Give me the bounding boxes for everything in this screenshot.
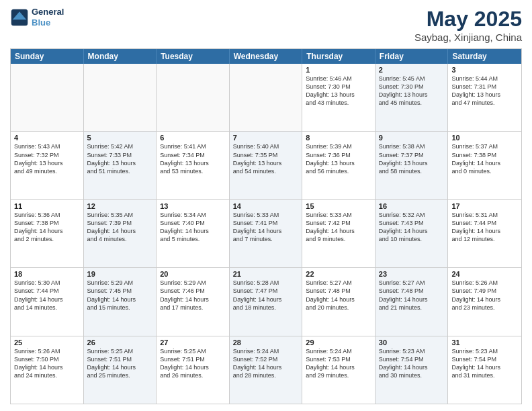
calendar-cell: 22Sunrise: 5:27 AM Sunset: 7:48 PM Dayli… (302, 268, 375, 335)
cell-info: Sunrise: 5:39 AM Sunset: 7:36 PM Dayligh… (306, 142, 371, 175)
day-number: 5 (87, 134, 153, 142)
cell-info: Sunrise: 5:32 AM Sunset: 7:43 PM Dayligh… (379, 211, 445, 244)
day-number: 12 (87, 202, 153, 210)
cell-info: Sunrise: 5:29 AM Sunset: 7:45 PM Dayligh… (87, 279, 153, 312)
cell-info: Sunrise: 5:44 AM Sunset: 7:31 PM Dayligh… (451, 75, 518, 107)
cell-info: Sunrise: 5:35 AM Sunset: 7:39 PM Dayligh… (87, 211, 153, 244)
cell-info: Sunrise: 5:36 AM Sunset: 7:38 PM Dayligh… (14, 211, 80, 244)
calendar-header: SundayMondayTuesdayWednesdayThursdayFrid… (11, 49, 521, 64)
calendar-body: 1Sunrise: 5:46 AM Sunset: 7:30 PM Daylig… (11, 64, 521, 404)
day-number: 17 (451, 202, 518, 210)
header-day: Saturday (448, 49, 521, 64)
cell-info: Sunrise: 5:46 AM Sunset: 7:30 PM Dayligh… (306, 75, 371, 107)
day-number: 23 (379, 270, 445, 278)
day-number: 7 (233, 134, 299, 142)
day-number: 8 (306, 134, 371, 142)
day-number: 27 (160, 338, 226, 347)
calendar-cell: 8Sunrise: 5:39 AM Sunset: 7:36 PM Daylig… (302, 132, 375, 199)
calendar-cell: 21Sunrise: 5:28 AM Sunset: 7:47 PM Dayli… (230, 268, 303, 335)
day-number: 25 (14, 338, 80, 347)
day-number: 9 (379, 134, 445, 142)
page: General Blue May 2025 Saybag, Xinjiang, … (0, 0, 532, 411)
svg-rect-2 (13, 19, 27, 24)
calendar-row: 11Sunrise: 5:36 AM Sunset: 7:38 PM Dayli… (11, 199, 521, 267)
cell-info: Sunrise: 5:33 AM Sunset: 7:41 PM Dayligh… (233, 211, 299, 244)
subtitle: Saybag, Xinjiang, China (414, 32, 522, 43)
calendar-cell (11, 64, 84, 131)
day-number: 4 (14, 134, 80, 142)
header-day: Friday (375, 49, 449, 64)
calendar-cell (230, 64, 303, 131)
cell-info: Sunrise: 5:34 AM Sunset: 7:40 PM Dayligh… (160, 211, 226, 244)
day-number: 14 (233, 202, 299, 210)
calendar-cell: 27Sunrise: 5:25 AM Sunset: 7:51 PM Dayli… (157, 336, 230, 404)
cell-info: Sunrise: 5:24 AM Sunset: 7:53 PM Dayligh… (306, 347, 371, 380)
calendar-cell: 7Sunrise: 5:40 AM Sunset: 7:35 PM Daylig… (230, 132, 303, 199)
cell-info: Sunrise: 5:42 AM Sunset: 7:33 PM Dayligh… (87, 142, 153, 175)
day-number: 26 (87, 338, 153, 347)
calendar-row: 25Sunrise: 5:26 AM Sunset: 7:50 PM Dayli… (11, 336, 521, 404)
cell-info: Sunrise: 5:31 AM Sunset: 7:44 PM Dayligh… (451, 211, 518, 244)
calendar-cell: 16Sunrise: 5:32 AM Sunset: 7:43 PM Dayli… (375, 200, 449, 267)
calendar-cell: 9Sunrise: 5:38 AM Sunset: 7:37 PM Daylig… (375, 132, 449, 199)
day-number: 3 (451, 66, 518, 74)
logo-icon (10, 8, 29, 27)
calendar-cell: 1Sunrise: 5:46 AM Sunset: 7:30 PM Daylig… (302, 64, 375, 131)
cell-info: Sunrise: 5:43 AM Sunset: 7:32 PM Dayligh… (14, 142, 80, 175)
calendar-cell: 31Sunrise: 5:23 AM Sunset: 7:54 PM Dayli… (448, 336, 521, 404)
day-number: 16 (379, 202, 445, 210)
calendar-cell: 24Sunrise: 5:26 AM Sunset: 7:49 PM Dayli… (448, 268, 521, 335)
cell-info: Sunrise: 5:38 AM Sunset: 7:37 PM Dayligh… (379, 142, 445, 175)
header-day: Tuesday (157, 49, 230, 64)
calendar-cell: 14Sunrise: 5:33 AM Sunset: 7:41 PM Dayli… (230, 200, 303, 267)
day-number: 31 (451, 338, 518, 347)
calendar-cell: 2Sunrise: 5:45 AM Sunset: 7:30 PM Daylig… (375, 64, 449, 131)
logo-text: General Blue (32, 7, 64, 28)
cell-info: Sunrise: 5:26 AM Sunset: 7:50 PM Dayligh… (14, 347, 80, 380)
calendar-cell: 11Sunrise: 5:36 AM Sunset: 7:38 PM Dayli… (11, 200, 84, 267)
day-number: 11 (14, 202, 80, 210)
header-day: Thursday (302, 49, 375, 64)
cell-info: Sunrise: 5:45 AM Sunset: 7:30 PM Dayligh… (379, 75, 445, 107)
day-number: 6 (160, 134, 226, 142)
day-number: 28 (233, 338, 299, 347)
calendar-row: 1Sunrise: 5:46 AM Sunset: 7:30 PM Daylig… (11, 64, 521, 131)
calendar-cell: 29Sunrise: 5:24 AM Sunset: 7:53 PM Dayli… (302, 336, 375, 404)
day-number: 21 (233, 270, 299, 278)
cell-info: Sunrise: 5:29 AM Sunset: 7:46 PM Dayligh… (160, 279, 226, 312)
calendar-row: 18Sunrise: 5:30 AM Sunset: 7:44 PM Dayli… (11, 267, 521, 335)
logo: General Blue (10, 7, 64, 28)
header-day: Wednesday (230, 49, 303, 64)
calendar-cell: 19Sunrise: 5:29 AM Sunset: 7:45 PM Dayli… (84, 268, 157, 335)
cell-info: Sunrise: 5:37 AM Sunset: 7:38 PM Dayligh… (451, 142, 518, 175)
title-block: May 2025 Saybag, Xinjiang, China (414, 7, 522, 43)
calendar-cell: 20Sunrise: 5:29 AM Sunset: 7:46 PM Dayli… (157, 268, 230, 335)
calendar-cell: 6Sunrise: 5:41 AM Sunset: 7:34 PM Daylig… (157, 132, 230, 199)
calendar-cell: 5Sunrise: 5:42 AM Sunset: 7:33 PM Daylig… (84, 132, 157, 199)
calendar-cell: 23Sunrise: 5:27 AM Sunset: 7:48 PM Dayli… (375, 268, 449, 335)
cell-info: Sunrise: 5:23 AM Sunset: 7:54 PM Dayligh… (379, 347, 445, 380)
day-number: 10 (451, 134, 518, 142)
calendar-cell: 18Sunrise: 5:30 AM Sunset: 7:44 PM Dayli… (11, 268, 84, 335)
logo-line2: Blue (32, 17, 50, 28)
cell-info: Sunrise: 5:28 AM Sunset: 7:47 PM Dayligh… (233, 279, 299, 312)
cell-info: Sunrise: 5:25 AM Sunset: 7:51 PM Dayligh… (160, 347, 226, 380)
logo-line1: General (32, 7, 64, 17)
calendar-cell: 10Sunrise: 5:37 AM Sunset: 7:38 PM Dayli… (448, 132, 521, 199)
calendar-cell: 25Sunrise: 5:26 AM Sunset: 7:50 PM Dayli… (11, 336, 84, 404)
cell-info: Sunrise: 5:30 AM Sunset: 7:44 PM Dayligh… (14, 279, 80, 312)
day-number: 1 (306, 66, 371, 74)
main-title: May 2025 (414, 7, 522, 32)
calendar-cell (84, 64, 157, 131)
cell-info: Sunrise: 5:41 AM Sunset: 7:34 PM Dayligh… (160, 142, 226, 175)
calendar-row: 4Sunrise: 5:43 AM Sunset: 7:32 PM Daylig… (11, 131, 521, 199)
day-number: 20 (160, 270, 226, 278)
calendar-cell: 28Sunrise: 5:24 AM Sunset: 7:52 PM Dayli… (230, 336, 303, 404)
day-number: 22 (306, 270, 371, 278)
calendar-cell: 4Sunrise: 5:43 AM Sunset: 7:32 PM Daylig… (11, 132, 84, 199)
day-number: 2 (379, 66, 445, 74)
calendar-cell: 17Sunrise: 5:31 AM Sunset: 7:44 PM Dayli… (448, 200, 521, 267)
day-number: 15 (306, 202, 371, 210)
calendar-cell: 30Sunrise: 5:23 AM Sunset: 7:54 PM Dayli… (375, 336, 449, 404)
calendar-cell (157, 64, 230, 131)
